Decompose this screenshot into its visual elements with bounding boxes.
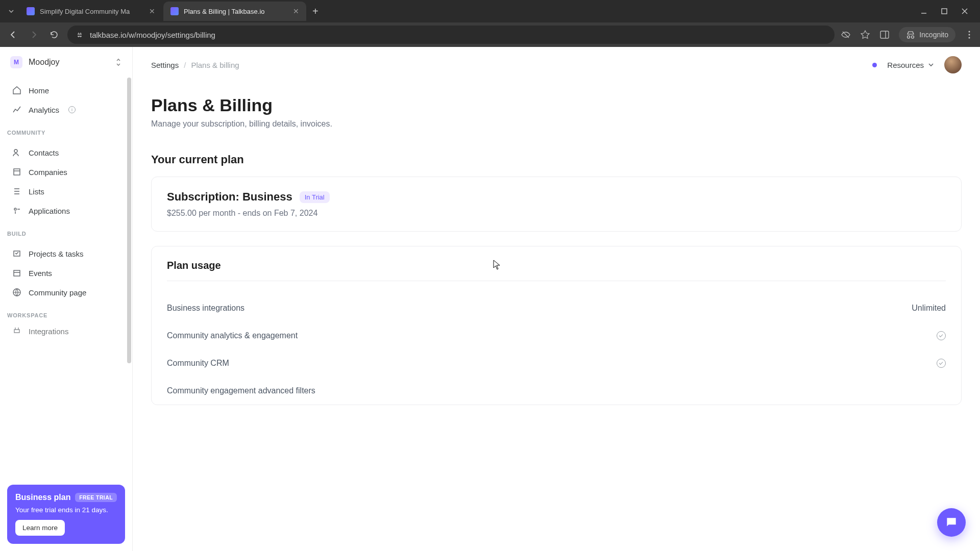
window-controls xyxy=(920,7,976,15)
sidebar-item-label: Applications xyxy=(29,207,70,215)
sidebar-item-events[interactable]: Events xyxy=(5,263,127,283)
sidebar-item-label: Events xyxy=(29,269,52,278)
sidebar-item-label: Integrations xyxy=(29,327,68,336)
close-icon[interactable]: ✕ xyxy=(149,7,155,15)
bookmark-star-icon[interactable] xyxy=(860,30,870,40)
eye-off-icon[interactable] xyxy=(841,30,851,40)
menu-dots-icon[interactable] xyxy=(965,30,974,39)
usage-row: Community analytics & engagement xyxy=(167,322,946,349)
learn-more-button[interactable]: Learn more xyxy=(15,520,65,536)
chat-fab-button[interactable] xyxy=(937,508,966,537)
sidebar-item-label: Companies xyxy=(29,168,67,177)
sidebar-item-home[interactable]: Home xyxy=(5,81,127,100)
workspace-switcher[interactable]: M Moodjoy xyxy=(0,47,132,78)
tab-title: Simplify Digital Community Ma xyxy=(40,8,144,15)
svg-rect-2 xyxy=(880,31,889,38)
topbar: Settings / Plans & billing Resources xyxy=(133,47,980,83)
sidebar-item-projects[interactable]: Projects & tasks xyxy=(5,244,127,263)
site-settings-icon[interactable] xyxy=(76,31,84,39)
contacts-icon xyxy=(12,148,21,157)
sidebar-section-community: COMMUNITY xyxy=(0,122,132,140)
chat-icon xyxy=(945,516,958,529)
favicon-icon xyxy=(27,7,35,15)
forward-button[interactable] xyxy=(27,28,41,42)
sidebar-scrollbar[interactable] xyxy=(127,78,131,490)
svg-rect-1 xyxy=(942,9,947,14)
page-subtitle: Manage your subscription, billing detail… xyxy=(151,119,962,129)
svg-point-6 xyxy=(969,37,970,39)
sidebar-item-applications[interactable]: Applications xyxy=(5,201,127,220)
main-content: Settings / Plans & billing Resources Pla… xyxy=(133,47,980,551)
usage-label: Business integrations xyxy=(167,304,244,313)
svg-point-4 xyxy=(969,31,970,33)
url-text: talkbase.io/w/moodjoy/settings/billing xyxy=(90,31,826,39)
usage-label: Community CRM xyxy=(167,359,229,368)
close-icon[interactable]: ✕ xyxy=(293,7,299,15)
chevron-updown-icon xyxy=(115,58,122,67)
notification-dot-icon[interactable] xyxy=(872,63,877,67)
svg-point-10 xyxy=(14,208,16,210)
incognito-icon xyxy=(906,30,915,39)
svg-point-5 xyxy=(969,34,970,36)
sidebar-item-lists[interactable]: Lists xyxy=(5,182,127,201)
incognito-indicator[interactable]: Incognito xyxy=(899,27,955,42)
tab-search-dropdown[interactable] xyxy=(4,4,18,18)
resources-dropdown[interactable]: Resources xyxy=(887,61,934,69)
check-circle-icon xyxy=(937,359,946,368)
workspace-name: Moodjoy xyxy=(29,58,109,67)
sidebar-item-companies[interactable]: Companies xyxy=(5,162,127,182)
home-icon xyxy=(12,86,21,95)
new-tab-button[interactable]: + xyxy=(307,6,324,17)
back-button[interactable] xyxy=(6,28,20,42)
sidebar-item-label: Community page xyxy=(29,288,86,297)
usage-label: Community engagement advanced filters xyxy=(167,386,315,395)
side-panel-icon[interactable] xyxy=(879,30,890,40)
usage-row: Community engagement advanced filters xyxy=(167,377,946,405)
breadcrumb-root[interactable]: Settings xyxy=(151,61,179,69)
plan-name: Subscription: Business xyxy=(167,190,292,204)
plan-meta: $255.00 per month - ends on Feb 7, 2024 xyxy=(167,209,946,218)
sidebar-item-analytics[interactable]: Analytics i xyxy=(5,100,127,119)
lists-icon xyxy=(12,187,21,196)
tab-bar: Simplify Digital Community Ma ✕ Plans & … xyxy=(0,0,980,22)
info-icon[interactable]: i xyxy=(68,106,76,113)
current-plan-heading: Your current plan xyxy=(151,153,962,166)
user-avatar[interactable] xyxy=(944,56,962,73)
sidebar-item-label: Analytics xyxy=(29,106,59,114)
sidebar-item-contacts[interactable]: Contacts xyxy=(5,143,127,162)
tab-title: Plans & Billing | Talkbase.io xyxy=(184,8,288,15)
usage-row: Business integrations Unlimited xyxy=(167,294,946,322)
maximize-icon[interactable] xyxy=(940,7,948,15)
minimize-icon[interactable] xyxy=(920,7,928,15)
browser-tab-active[interactable]: Plans & Billing | Talkbase.io ✕ xyxy=(163,2,306,21)
applications-icon xyxy=(12,206,21,215)
projects-icon xyxy=(12,249,21,258)
chevron-down-icon xyxy=(928,62,934,68)
url-input[interactable]: talkbase.io/w/moodjoy/settings/billing xyxy=(67,26,835,44)
calendar-icon xyxy=(12,268,21,278)
svg-rect-12 xyxy=(14,270,20,276)
globe-icon xyxy=(12,288,21,297)
sidebar-item-label: Lists xyxy=(29,187,44,196)
page-title: Plans & Billing xyxy=(151,95,962,115)
usage-label: Community analytics & engagement xyxy=(167,331,298,340)
browser-chrome: Simplify Digital Community Ma ✕ Plans & … xyxy=(0,0,980,47)
sidebar-item-community-page[interactable]: Community page xyxy=(5,283,127,302)
scrollbar-thumb[interactable] xyxy=(127,78,131,363)
chart-icon xyxy=(12,105,21,114)
sidebar-section-workspace: WORKSPACE xyxy=(0,305,132,322)
svg-point-7 xyxy=(14,149,17,153)
usage-row: Community CRM xyxy=(167,349,946,377)
sidebar-item-integrations[interactable]: Integrations xyxy=(5,325,127,337)
close-window-icon[interactable] xyxy=(961,7,969,15)
companies-icon xyxy=(12,167,21,177)
breadcrumb-separator: / xyxy=(184,61,186,69)
integrations-icon xyxy=(12,327,21,336)
trial-badge: FREE TRIAL xyxy=(75,493,117,502)
check-circle-icon xyxy=(937,331,946,340)
resources-label: Resources xyxy=(887,61,924,69)
trial-title: Business plan xyxy=(15,493,70,502)
reload-button[interactable] xyxy=(47,28,61,42)
browser-tab-inactive[interactable]: Simplify Digital Community Ma ✕ xyxy=(19,2,162,21)
plan-usage-heading: Plan usage xyxy=(167,260,946,281)
